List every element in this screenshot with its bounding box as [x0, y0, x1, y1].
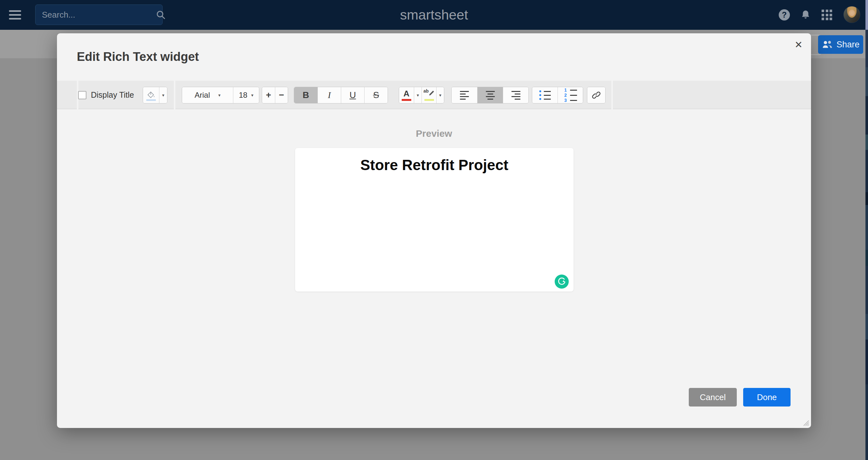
fill-color-dropdown[interactable]: ▾ [159, 87, 167, 103]
widget-preview-card[interactable]: Store Retrofit Project [295, 148, 574, 291]
align-right-button[interactable] [503, 87, 528, 103]
text-color-swatch [402, 99, 411, 101]
app-launcher-icon[interactable] [822, 0, 832, 30]
share-label: Share [836, 40, 859, 50]
user-avatar[interactable] [843, 6, 860, 23]
link-icon [592, 91, 601, 99]
share-button[interactable]: Share [818, 35, 863, 54]
cancel-button[interactable]: Cancel [689, 388, 737, 406]
font-family-value: Arial [195, 91, 210, 99]
search-box[interactable] [35, 4, 163, 25]
bulleted-list-button[interactable] [532, 87, 558, 103]
italic-button[interactable]: I [317, 87, 341, 103]
search-input[interactable] [35, 10, 156, 20]
text-style-group: B I U S [294, 87, 388, 104]
highlight-color-swatch [425, 99, 434, 101]
help-icon[interactable]: ? [779, 0, 790, 30]
font-size-dropdown[interactable]: 18 ▾ [233, 87, 259, 103]
fill-color-swatch [146, 99, 156, 101]
edit-rich-text-widget-dialog: Edit Rich Text widget ✕ Display Title ▾ … [57, 33, 811, 428]
highlight-color-dropdown[interactable]: ▾ [436, 87, 444, 103]
chevron-down-icon: ▾ [218, 93, 220, 98]
font-size-stepper: + − [262, 87, 288, 104]
paint-bucket-icon [147, 91, 156, 99]
strikethrough-button[interactable]: S [364, 87, 388, 103]
display-title-label: Display Title [91, 81, 134, 109]
preview-label: Preview [57, 128, 811, 139]
done-button[interactable]: Done [743, 388, 790, 406]
align-right-icon [512, 91, 520, 99]
underline-button[interactable]: U [341, 87, 364, 103]
font-size-value: 18 [239, 91, 247, 99]
top-navigation-bar: smartsheet ? [0, 0, 868, 30]
search-icon[interactable] [156, 9, 166, 20]
align-left-icon [460, 91, 469, 99]
numbered-list-icon: 1 2 3 [564, 88, 577, 102]
highlight-color-button[interactable]: ab [422, 87, 436, 103]
menu-icon[interactable] [9, 10, 21, 20]
align-center-button[interactable] [477, 87, 503, 103]
bulleted-list-icon [539, 90, 551, 100]
fill-color-button[interactable] [143, 87, 159, 103]
formatting-toolbar: Display Title ▾ Arial ▾ 18 ▾ + − [57, 81, 811, 109]
bold-button[interactable]: B [294, 87, 317, 103]
smartsheet-logo: smartsheet [400, 7, 468, 22]
text-color-button[interactable]: A [399, 87, 414, 103]
list-group: 1 2 3 [532, 87, 583, 104]
font-family-dropdown[interactable]: Arial ▾ [182, 87, 233, 103]
insert-link-button[interactable] [587, 87, 605, 103]
link-button-group [587, 87, 606, 104]
increase-font-button[interactable]: + [262, 87, 275, 103]
text-color-dropdown[interactable]: ▾ [414, 87, 422, 103]
align-center-icon [486, 91, 495, 99]
display-title-checkbox[interactable] [78, 91, 86, 99]
widget-text[interactable]: Store Retrofit Project [295, 148, 574, 174]
color-tools-group: A ▾ ab ▾ [399, 87, 444, 104]
numbered-list-button[interactable]: 1 2 3 [558, 87, 583, 103]
decrease-font-button[interactable]: − [275, 87, 288, 103]
align-left-button[interactable] [452, 87, 477, 103]
font-controls-group: Arial ▾ 18 ▾ [182, 87, 259, 104]
resize-handle[interactable] [801, 418, 809, 426]
background-fill-split-button: ▾ [143, 87, 167, 104]
notifications-icon[interactable] [800, 0, 812, 30]
grammarly-icon[interactable] [554, 274, 569, 289]
people-icon [822, 40, 833, 49]
chevron-down-icon: ▾ [251, 93, 253, 98]
close-icon[interactable]: ✕ [793, 38, 805, 51]
alignment-group [451, 87, 529, 104]
dialog-title: Edit Rich Text widget [77, 50, 199, 64]
page-edge-content [865, 0, 868, 460]
